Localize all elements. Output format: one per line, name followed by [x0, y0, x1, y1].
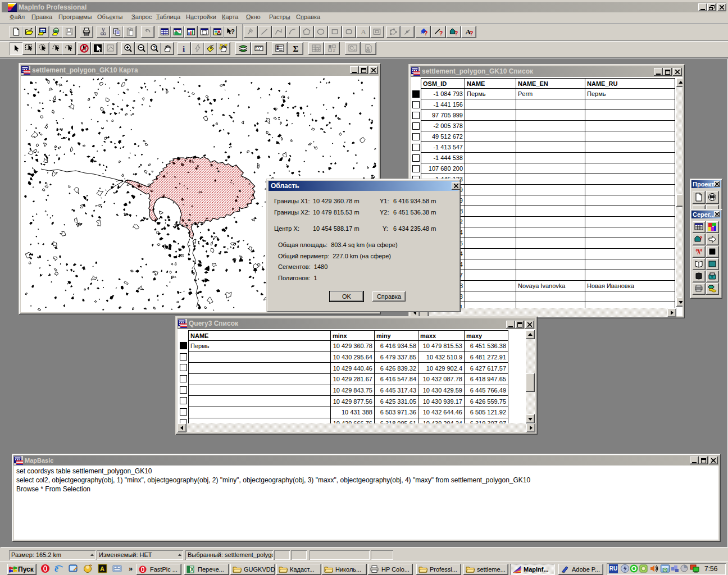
svg-text:e: e — [54, 564, 58, 573]
svg-text:А: А — [100, 565, 104, 572]
svg-text:?: ? — [699, 235, 703, 241]
svg-text:1 2: 1 2 — [256, 47, 260, 51]
svg-text:?: ? — [454, 30, 458, 36]
svg-text:?: ? — [424, 30, 427, 36]
svg-text:Σ: Σ — [293, 44, 299, 53]
svg-text:?: ? — [470, 30, 473, 36]
svg-text:2: 2 — [333, 48, 336, 53]
svg-text:X: X — [190, 567, 194, 573]
svg-text:?: ? — [231, 28, 235, 35]
svg-text:?: ? — [153, 44, 156, 51]
svg-text:?: ? — [439, 30, 443, 36]
svg-text:i: i — [183, 44, 185, 53]
svg-text:A: A — [361, 28, 366, 36]
